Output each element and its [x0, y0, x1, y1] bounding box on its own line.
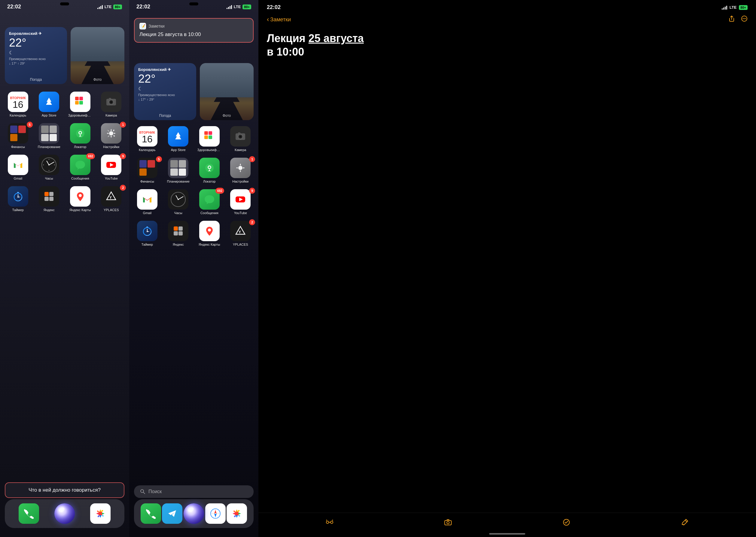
svg-line-60 [143, 492, 145, 494]
dock-1 [5, 499, 124, 528]
app-calendar-2[interactable]: Вторник 16 Календарь [134, 126, 160, 152]
battery-badge-2: 80+ [243, 5, 251, 9]
app-settings-2[interactable]: 1 Настройки [227, 158, 254, 183]
app-row-1-2: Вторник 16 Календарь App Store [132, 126, 256, 152]
dock-phone-2[interactable] [141, 503, 161, 524]
app-row-2-1: 5 Финансы Планирование [2, 123, 127, 149]
app-yandex-1[interactable]: Яндекс [36, 186, 62, 212]
app-calendar-1[interactable]: Вторник 16 Календарь [5, 92, 31, 117]
weather-temp-1: 22° [9, 36, 63, 49]
notes-back-button[interactable]: ‹ Заметки [267, 16, 291, 23]
app-appstore-2[interactable]: App Store [165, 126, 192, 152]
notes-status-bar: 22:02 LTE 80+ [258, 0, 756, 11]
app-finances-2[interactable]: 5 Финансы [134, 158, 160, 183]
battery-badge-1: 80+ [113, 5, 122, 9]
dynamic-island-2 [189, 2, 198, 5]
notes-compose-button[interactable] [681, 518, 689, 528]
weather-location-1: Боровлянский ✈ [9, 31, 63, 36]
dock-siri-1[interactable] [54, 503, 75, 524]
svg-rect-33 [208, 131, 212, 135]
app-settings-1[interactable]: 1 Настройки [98, 123, 124, 149]
notes-title: Лекция 25 августа в 10:00 [258, 28, 756, 64]
app-label-calendar-2: Календарь [139, 148, 156, 152]
svg-point-73 [331, 521, 333, 523]
app-label-yplaces-1: YPLACES [104, 208, 119, 212]
app-label-clock-2: Часы [174, 211, 182, 215]
app-youtube-1[interactable]: 9 YouTube [98, 155, 124, 180]
status-icons-1: LTE 80+ [97, 5, 122, 9]
notes-share-button[interactable] [728, 15, 735, 24]
photo-image-1 [70, 27, 124, 84]
notes-camera-button[interactable] [444, 518, 452, 528]
app-appstore-1[interactable]: App Store [36, 92, 62, 117]
dock-safari-2[interactable] [205, 503, 226, 524]
notes-more-button[interactable] [741, 15, 748, 24]
notes-title-line2: в 10:00 [267, 46, 304, 58]
app-yplaces-1[interactable]: Y 2 YPLACES [98, 186, 124, 212]
notes-action-buttons [728, 15, 748, 24]
weather-condition-2: Преимущественно ясно [138, 93, 192, 97]
app-locator-2[interactable]: Локатор [196, 158, 223, 183]
svg-point-39 [240, 136, 241, 138]
app-gmail-2[interactable]: Gmail [134, 189, 160, 215]
app-finances-1[interactable]: 5 Финансы [5, 123, 31, 149]
app-label-appstore-2: App Store [171, 148, 186, 152]
svg-rect-1 [79, 97, 83, 100]
dock-telegram-2[interactable] [162, 503, 182, 524]
app-yandex-maps-1[interactable]: Яндекс Карты [67, 186, 93, 212]
app-label-yandex-2: Яндекс [173, 243, 184, 246]
notes-back-label: Заметки [270, 17, 291, 23]
app-label-youtube-1: YouTube [105, 177, 118, 180]
search-bar-2[interactable]: Поиск [134, 485, 254, 498]
app-planning-1[interactable]: Планирование [36, 123, 62, 149]
app-health-1[interactable]: Здоровьеифит... [67, 92, 93, 117]
notes-markup-button[interactable] [562, 518, 570, 528]
app-camera-2[interactable]: Камера [227, 126, 254, 152]
app-gmail-1[interactable]: Gmail [5, 155, 31, 180]
app-timer-2[interactable]: Таймер [134, 221, 160, 246]
dock-phone-1[interactable] [19, 503, 39, 524]
badge-finances-1: 5 [27, 122, 33, 128]
weather-location-2: Боровлянский ✈ [138, 67, 192, 72]
notification-banner-2[interactable]: 📝 Заметки Лекция 25 августа в 10:00 [134, 18, 254, 43]
lte-label-1: LTE [105, 5, 112, 9]
app-camera-1[interactable]: Камера [98, 92, 124, 117]
app-clock-2[interactable]: Часы [165, 189, 192, 215]
weather-range-2: ↓ 17° ↑ 29° [138, 98, 192, 101]
app-timer-1[interactable]: Таймер [5, 186, 31, 212]
app-messages-1[interactable]: 692 Сообщения [67, 155, 93, 180]
app-health-2[interactable]: Здоровьеифит... [196, 126, 223, 152]
home-indicator-notes [489, 533, 525, 535]
dock-siri-2[interactable] [184, 503, 204, 524]
siri-question-box: Что в ней должно говориться? [5, 482, 124, 498]
app-yandex-maps-2[interactable]: Яндекс Карты [196, 221, 223, 246]
notes-content-area[interactable] [258, 64, 756, 513]
notes-panel: 22:02 LTE 80+ ‹ Заметки [258, 0, 756, 537]
weather-widget-1[interactable]: Боровлянский ✈ 22° ☾ Преимущественно ясн… [5, 27, 67, 84]
photo-widget-2[interactable]: Фото [200, 63, 254, 120]
photo-widget-1[interactable]: Фото [70, 27, 124, 84]
svg-rect-8 [109, 98, 111, 100]
svg-point-29 [79, 194, 82, 197]
badge-messages-2: 692 [215, 188, 224, 194]
dock-photos-2[interactable] [227, 503, 247, 524]
svg-point-78 [447, 521, 449, 524]
app-label-finances-2: Финансы [140, 180, 154, 183]
app-locator-1[interactable]: Локатор [67, 123, 93, 149]
svg-rect-56 [178, 231, 183, 235]
app-yplaces-2[interactable]: Y 2 YPLACES [227, 221, 254, 246]
app-clock-1[interactable]: Часы [36, 155, 62, 180]
app-row-4-2: Таймер Яндекс [132, 221, 256, 246]
phone-panel-2: 22:02 LTE 80+ 📝 Заметки Лекция 25 август… [129, 0, 258, 537]
notes-checklist-button[interactable] [326, 518, 334, 528]
notes-toolbar: ‹ Заметки [258, 11, 756, 28]
dock-photos-1[interactable] [90, 503, 111, 524]
svg-point-44 [238, 166, 243, 170]
app-yandex-2[interactable]: Яндекс [165, 221, 192, 246]
app-messages-2[interactable]: 692 Сообщения [196, 189, 223, 215]
status-time-2: 22:02 [136, 4, 150, 10]
svg-rect-25 [44, 192, 49, 196]
app-planning-2[interactable]: Планирование [165, 158, 192, 183]
app-youtube-2[interactable]: 9 YouTube [227, 189, 254, 215]
weather-widget-2[interactable]: Боровлянский ✈ 22° ☾ Преимущественно ясн… [134, 63, 196, 120]
